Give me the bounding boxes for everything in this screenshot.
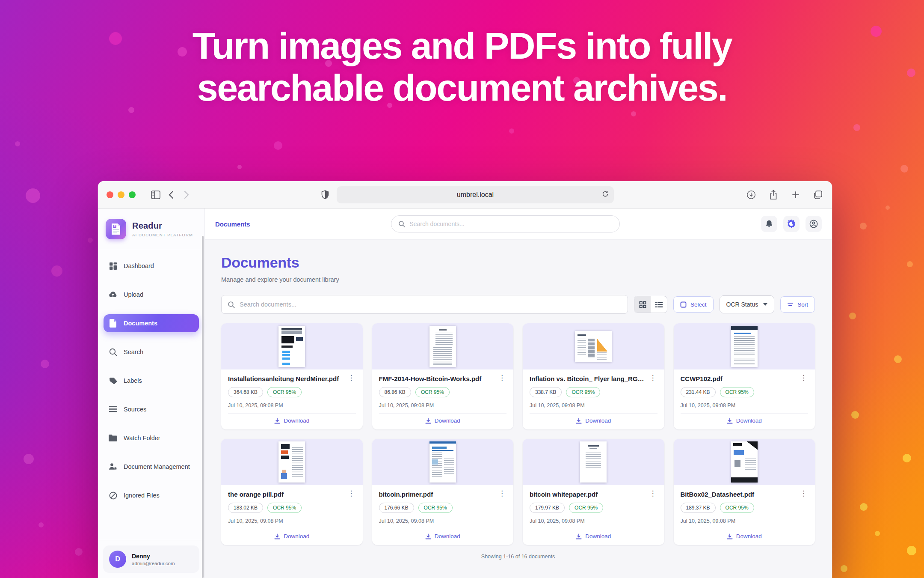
sidebar-item-document-management[interactable]: Document Management <box>104 458 199 476</box>
sidebar-item-upload[interactable]: Upload <box>104 286 199 304</box>
tab-overview-icon[interactable] <box>812 189 823 200</box>
more-options-icon[interactable]: ⋮ <box>649 375 657 381</box>
document-card[interactable]: the orange pill.pdf ⋮ 183.02 KB OCR 95% … <box>221 439 363 545</box>
ocr-status-badge: OCR 95% <box>415 387 450 397</box>
documents-search-input[interactable] <box>240 301 622 308</box>
topbar-search-input[interactable] <box>409 220 613 227</box>
traffic-lights <box>107 191 136 198</box>
download-link[interactable]: Download <box>530 413 657 426</box>
more-options-icon[interactable]: ⋮ <box>799 375 808 381</box>
document-date: Jul 10, 2025, 09:08 PM <box>530 402 657 408</box>
notifications-button[interactable] <box>761 216 777 232</box>
breadcrumb[interactable]: Documents <box>215 220 250 228</box>
download-icon <box>274 418 280 424</box>
more-options-icon[interactable]: ⋮ <box>347 491 356 497</box>
file-size-badge: 183.02 KB <box>228 503 263 513</box>
search-icon <box>398 220 405 227</box>
document-card[interactable]: Inflation vs. Bitcoin_ Flyer lang_RGB.pd… <box>523 323 664 429</box>
ocr-status-dropdown[interactable]: OCR Status <box>720 295 775 313</box>
controls-row: Select OCR Status Sort <box>221 295 815 314</box>
more-options-icon[interactable]: ⋮ <box>347 375 356 381</box>
sort-button[interactable]: Sort <box>780 296 815 313</box>
download-label: Download <box>585 417 611 424</box>
page-subtitle: Manage and explore your document library <box>221 276 815 283</box>
user-email: admin@readur.com <box>132 561 175 566</box>
sidebar-toggle-icon[interactable] <box>150 189 161 200</box>
more-options-icon[interactable]: ⋮ <box>498 491 506 497</box>
download-link[interactable]: Download <box>681 413 808 426</box>
upload-icon <box>109 290 117 299</box>
download-label: Download <box>736 533 762 539</box>
more-options-icon[interactable]: ⋮ <box>799 491 808 497</box>
user-name: Denny <box>132 553 175 560</box>
download-link[interactable]: Download <box>530 529 657 542</box>
download-link[interactable]: Download <box>379 529 507 542</box>
document-card[interactable]: BitBox02_Datasheet.pdf ⋮ 189.37 KB OCR 9… <box>674 439 815 545</box>
download-icon <box>425 533 431 539</box>
sidebar-item-labels[interactable]: Labels <box>104 372 199 390</box>
document-date: Jul 10, 2025, 09:08 PM <box>681 402 808 408</box>
document-card[interactable]: bitcoin whitepaper.pdf ⋮ 179.97 KB OCR 9… <box>523 439 664 545</box>
document-thumbnail <box>523 439 664 485</box>
person-icon <box>809 220 818 228</box>
download-link[interactable]: Download <box>681 529 808 542</box>
download-link[interactable]: Download <box>228 413 356 426</box>
sidebar-scrollbar[interactable] <box>202 236 204 578</box>
sidebar-item-documents[interactable]: Documents <box>104 314 199 332</box>
view-toggle <box>634 296 667 313</box>
reload-icon[interactable] <box>602 191 609 199</box>
zoom-window-button[interactable] <box>129 191 136 198</box>
hero-line2: searchable document archives. <box>197 66 727 109</box>
list-view-button[interactable] <box>651 296 667 313</box>
document-card[interactable]: Installationsanleitung NerdMiner.pdf ⋮ 3… <box>221 323 363 429</box>
theme-toggle-button[interactable] <box>783 216 800 232</box>
downloads-icon[interactable] <box>746 189 757 200</box>
user-card[interactable]: D Denny admin@readur.com <box>103 545 199 573</box>
documents-search[interactable] <box>221 295 628 314</box>
document-thumbnail <box>221 439 363 485</box>
ocr-status-badge: OCR 95% <box>418 503 453 513</box>
grid-view-button[interactable] <box>634 296 651 313</box>
url-text: umbrel.local <box>457 191 494 199</box>
forward-icon[interactable] <box>181 189 192 200</box>
account-button[interactable] <box>806 216 822 232</box>
shield-icon[interactable] <box>320 189 331 200</box>
document-thumbnail <box>674 323 815 369</box>
address-bar[interactable]: umbrel.local <box>337 186 614 203</box>
select-button[interactable]: Select <box>673 296 714 313</box>
sidebar-item-dashboard[interactable]: Dashboard <box>104 257 199 275</box>
document-preview-page <box>731 326 758 367</box>
sidebar-item-watch-folder[interactable]: Watch Folder <box>104 429 199 447</box>
document-name: bitcoin whitepaper.pdf <box>530 491 645 498</box>
background-dot <box>509 128 514 134</box>
document-card[interactable]: bitcoin.primer.pdf ⋮ 176.66 KB OCR 95% J… <box>372 439 514 545</box>
theme-icon <box>786 219 797 229</box>
download-label: Download <box>284 533 309 539</box>
more-options-icon[interactable]: ⋮ <box>649 491 657 497</box>
document-card[interactable]: CCWP102.pdf ⋮ 231.44 KB OCR 95% Jul 10, … <box>674 323 815 429</box>
main-content: Documents Manage and explore your docume… <box>205 240 832 578</box>
sort-icon <box>787 302 794 307</box>
background-dot <box>631 111 636 116</box>
share-icon[interactable] <box>768 189 779 200</box>
sidebar-item-search[interactable]: Search <box>104 343 199 361</box>
back-icon[interactable] <box>166 189 177 200</box>
download-link[interactable]: Download <box>379 413 507 426</box>
background-dot <box>38 522 44 527</box>
download-link[interactable]: Download <box>228 529 356 542</box>
sidebar-item-ignored-files[interactable]: Ignored Files <box>104 486 199 504</box>
sidebar-item-sources[interactable]: Sources <box>104 400 199 418</box>
background-dot <box>875 531 880 536</box>
document-card[interactable]: FMF-2014-How-Bitcoin-Works.pdf ⋮ 86.86 K… <box>372 323 514 429</box>
file-size-badge: 86.86 KB <box>379 387 411 397</box>
close-window-button[interactable] <box>107 191 113 198</box>
topbar-search[interactable] <box>391 215 620 232</box>
hero-line1: Turn images and PDFs into fully <box>192 24 732 67</box>
label-icon <box>109 376 117 385</box>
background-dot <box>903 454 911 462</box>
more-options-icon[interactable]: ⋮ <box>498 375 506 381</box>
document-date: Jul 10, 2025, 09:08 PM <box>228 518 356 524</box>
new-tab-icon[interactable] <box>790 189 801 200</box>
minimize-window-button[interactable] <box>118 191 124 198</box>
user-gear-icon <box>109 462 117 471</box>
